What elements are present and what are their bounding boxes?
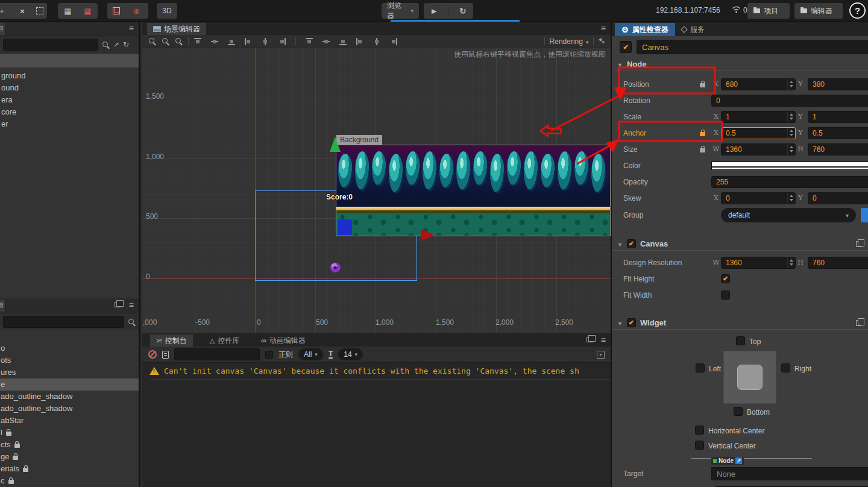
- align-l-icon[interactable]: [356, 38, 363, 45]
- clear-log-icon[interactable]: [148, 350, 157, 359]
- fit-height-checkbox[interactable]: [721, 274, 730, 283]
- align-t-icon[interactable]: [194, 38, 201, 45]
- asset-item[interactable]: ado_outline_shadow: [0, 403, 139, 415]
- spinner[interactable]: [787, 128, 795, 139]
- gizmo-x-arrow[interactable]: [421, 229, 435, 241]
- design-h-field[interactable]: 760: [808, 257, 868, 269]
- node-active-checkbox[interactable]: [620, 41, 632, 53]
- widget-enabled-checkbox[interactable]: [627, 318, 636, 327]
- widget-section-header[interactable]: Widget: [612, 316, 868, 330]
- hierarchy-node[interactable]: era: [0, 94, 139, 106]
- lock-icon[interactable]: [700, 83, 705, 87]
- tab-widget-library[interactable]: 控件库: [204, 335, 245, 347]
- refresh-icon[interactable]: [123, 40, 129, 49]
- position-tool-icon[interactable]: +: [0, 7, 8, 16]
- zoom-in-icon[interactable]: [148, 37, 156, 45]
- color-swatch[interactable]: [711, 162, 868, 170]
- align-c-icon[interactable]: [262, 38, 269, 45]
- asset-item[interactable]: cts: [0, 439, 139, 451]
- spinner[interactable]: [787, 193, 795, 204]
- scale-y-field[interactable]: 1: [808, 111, 868, 123]
- help-button[interactable]: ?: [849, 2, 866, 19]
- external-link-icon[interactable]: [735, 457, 742, 464]
- collapse-log-icon[interactable]: [597, 351, 605, 359]
- scene-viewport[interactable]: 使用鼠标右键平移视窗焦点，使用滚轮缩放视图 1,5001,0005000 ,00…: [142, 48, 611, 333]
- popup-window-icon[interactable]: [115, 302, 121, 307]
- anchor-y-field[interactable]: 0.5: [808, 127, 868, 139]
- search-icon[interactable]: [102, 41, 110, 49]
- hierarchy-node[interactable]: ound: [0, 82, 139, 94]
- target-field[interactable]: None: [711, 467, 868, 480]
- toggle-3d-button[interactable]: 3D: [157, 3, 177, 19]
- asset-item[interactable]: ures: [0, 366, 139, 379]
- zoom-out-icon[interactable]: [162, 37, 169, 45]
- asset-item[interactable]: o: [0, 342, 139, 354]
- align-b-icon[interactable]: [228, 38, 235, 45]
- align-right-checkbox[interactable]: [781, 363, 790, 372]
- log-level-dropdown[interactable]: All: [298, 348, 323, 360]
- horizontal-center-checkbox[interactable]: [695, 426, 704, 435]
- log-file-icon[interactable]: [162, 351, 169, 359]
- position-x-field[interactable]: 680: [721, 78, 796, 90]
- hierarchy-node[interactable]: er: [0, 118, 139, 130]
- zoom-reset-icon[interactable]: [175, 37, 183, 45]
- pivot-grid-icon[interactable]: ▦: [61, 7, 75, 16]
- node-name-field[interactable]: Canvas: [637, 40, 868, 54]
- asset-item[interactable]: ge: [0, 451, 139, 463]
- console-menu-icon[interactable]: [601, 335, 606, 345]
- skew-x-field[interactable]: 0: [721, 192, 796, 204]
- canvas-enabled-checkbox[interactable]: [627, 239, 636, 248]
- popup-window-icon[interactable]: [587, 337, 593, 342]
- rect-tool-icon[interactable]: [36, 7, 43, 14]
- node-section-header[interactable]: Node: [612, 58, 868, 71]
- asset-item[interactable]: ots: [0, 354, 139, 366]
- opacity-field[interactable]: 255: [711, 176, 868, 188]
- font-size-dropdown[interactable]: 14: [338, 348, 363, 360]
- asset-item[interactable]: erials: [0, 463, 139, 475]
- search-icon[interactable]: [128, 318, 136, 326]
- copy-component-icon[interactable]: [856, 320, 861, 326]
- spinner[interactable]: [787, 112, 795, 122]
- asset-item[interactable]: abStar: [0, 415, 139, 427]
- rendering-dropdown[interactable]: Rendering: [550, 37, 589, 46]
- background-sprite[interactable]: [336, 145, 611, 236]
- design-w-field[interactable]: 1360: [721, 257, 796, 269]
- position-y-field[interactable]: 380: [808, 78, 868, 90]
- world-coords-icon[interactable]: ⊕: [130, 7, 143, 16]
- size-h-field[interactable]: 760: [808, 143, 868, 156]
- lock-icon[interactable]: [700, 132, 705, 136]
- camera-dropdown[interactable]: [599, 37, 605, 46]
- copy-component-icon[interactable]: [856, 241, 861, 247]
- align-l-icon[interactable]: [245, 38, 252, 45]
- anchor-x-field[interactable]: 0.5: [721, 127, 796, 139]
- hierarchy-selected-row[interactable]: [0, 54, 139, 68]
- assets-menu-icon[interactable]: [129, 300, 134, 310]
- tab-animation-editor[interactable]: 动画编辑器: [255, 335, 312, 347]
- asset-item[interactable]: e: [0, 379, 139, 391]
- tab-properties[interactable]: 属性检查器: [615, 23, 675, 36]
- tab-services[interactable]: 服务: [675, 23, 711, 36]
- expand-icon[interactable]: [113, 40, 119, 49]
- align-b-icon[interactable]: [339, 38, 347, 45]
- hierarchy-node[interactable]: ground: [0, 70, 139, 82]
- align-r-icon[interactable]: [278, 38, 286, 45]
- hierarchy-tab-stub[interactable]: [0, 23, 5, 35]
- local-coords-icon[interactable]: [113, 7, 120, 14]
- spinner[interactable]: [787, 79, 795, 90]
- asset-item[interactable]: l: [0, 427, 139, 439]
- tab-scene-editor[interactable]: 场景编辑器: [147, 23, 206, 35]
- align-r-icon[interactable]: [390, 38, 397, 45]
- hierarchy-menu-icon[interactable]: [129, 24, 134, 33]
- scene-menu-icon[interactable]: [601, 24, 606, 33]
- preview-target-dropdown[interactable]: 浏览器: [382, 3, 419, 19]
- assets-tab-stub[interactable]: [0, 300, 5, 312]
- group-edit-button[interactable]: 编辑: [861, 208, 868, 222]
- spinner[interactable]: [787, 144, 795, 155]
- fit-width-checkbox[interactable]: [721, 291, 730, 300]
- align-c-icon[interactable]: [373, 38, 380, 45]
- align-m-icon[interactable]: [322, 38, 330, 45]
- play-button[interactable]: ▶: [427, 7, 441, 15]
- regex-checkbox[interactable]: [265, 351, 273, 359]
- gizmo-y-arrow[interactable]: [330, 137, 341, 152]
- align-m-icon[interactable]: [211, 38, 218, 45]
